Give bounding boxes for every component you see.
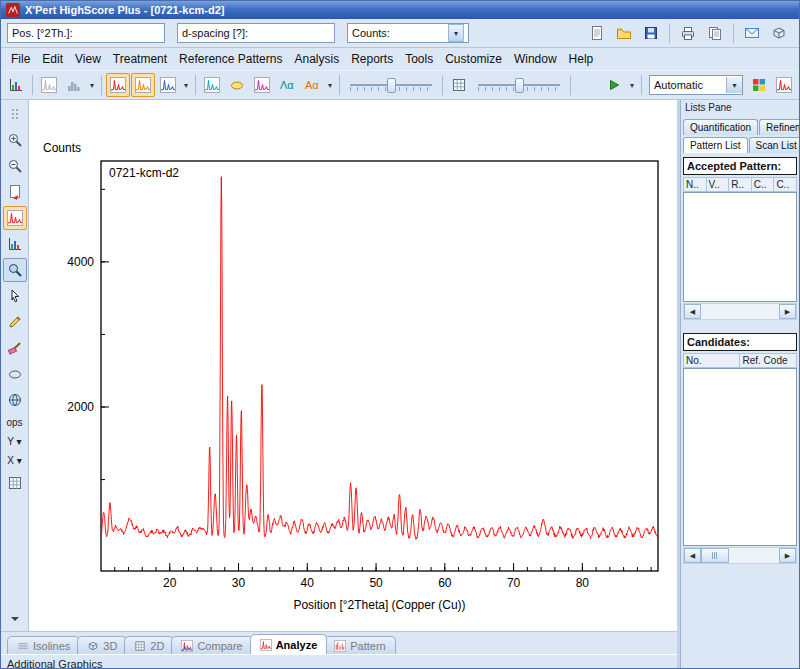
grip-icon[interactable] (3, 102, 27, 126)
candidates-list[interactable] (683, 368, 797, 546)
profile-fit-icon[interactable] (250, 73, 274, 97)
dropdown-caret-icon[interactable]: ▾ (325, 81, 335, 90)
column-header[interactable]: C.. (752, 177, 775, 192)
view-tab-pattern[interactable]: Pattern (324, 636, 395, 654)
ops-button[interactable]: ops (4, 414, 24, 431)
scale-mode-combo[interactable]: Automatic▾ (649, 75, 743, 95)
diffractogram-chart[interactable]: 2030405060708020004000CountsPosition [°2… (29, 100, 677, 633)
counts-dropdown-icon[interactable]: ▾ (448, 24, 464, 42)
pencil-icon[interactable] (3, 310, 27, 334)
column-header[interactable]: V.. (707, 177, 730, 192)
alpha1-icon[interactable]: Λα (275, 73, 299, 97)
titlebar[interactable]: X'Pert HighScore Plus - [0721-kcm-d2] (1, 1, 799, 19)
snapshot-icon[interactable] (3, 180, 27, 204)
search-peaks-icon[interactable] (156, 73, 180, 97)
lists-pane-title[interactable]: Lists Pane (681, 100, 799, 117)
column-header[interactable]: C.. (774, 177, 797, 192)
new-icon[interactable] (585, 21, 609, 45)
scan-icon[interactable] (37, 73, 61, 97)
layout-icon[interactable] (767, 21, 791, 45)
app-icon (6, 3, 20, 17)
y-button[interactable]: Y ▾ (5, 433, 23, 450)
highlight-peaks-icon[interactable] (3, 206, 27, 230)
scroll-down-icon[interactable] (3, 607, 27, 631)
scroll-right-icon[interactable]: ▶ (779, 548, 796, 563)
slider-thumb[interactable] (515, 78, 524, 93)
print-icon[interactable] (676, 21, 700, 45)
menu-treatment[interactable]: Treatment (107, 50, 173, 68)
counts-readout[interactable]: Counts: ▾ (347, 23, 469, 43)
scroll-left-icon[interactable]: ◀ (684, 304, 701, 319)
simulation-slider[interactable] (476, 76, 562, 94)
view-tab-2d[interactable]: 2D (124, 636, 174, 654)
scroll-thumb[interactable] (701, 548, 729, 563)
scan-label: 0721-kcm-d2 (109, 166, 179, 180)
smooth-icon[interactable] (200, 73, 224, 97)
export-icon[interactable] (740, 21, 764, 45)
alpha2-icon[interactable]: Aα (300, 73, 324, 97)
menu-customize[interactable]: Customize (439, 50, 508, 68)
menu-analysis[interactable]: Analysis (288, 50, 345, 68)
tab-scan-list[interactable]: Scan List (749, 137, 799, 153)
column-header[interactable]: N.. (683, 177, 707, 192)
diffractogram-view[interactable]: 2030405060708020004000CountsPosition [°2… (29, 100, 677, 631)
dspacing-readout[interactable]: d-spacing [?]: (177, 23, 335, 43)
scroll-left-icon[interactable]: ◀ (684, 548, 701, 563)
pattern-palette-icon[interactable] (747, 73, 771, 97)
start-icon[interactable] (602, 73, 626, 97)
zoom-in-icon[interactable] (3, 128, 27, 152)
scroll-right-icon[interactable]: ▶ (779, 304, 796, 319)
view-tab-3d[interactable]: 3D (77, 636, 127, 654)
dropdown-caret-icon[interactable]: ▾ (181, 81, 191, 90)
candidates-list-hscrollbar[interactable]: ◀ ▶ (683, 547, 797, 564)
open-icon[interactable] (612, 21, 636, 45)
dropdown-caret-icon[interactable]: ▾ (87, 81, 97, 90)
column-header[interactable]: No. (683, 353, 741, 368)
menu-help[interactable]: Help (563, 50, 600, 68)
grid-tool-icon[interactable] (3, 471, 27, 495)
tab-refinement[interactable]: Refinement (759, 119, 799, 135)
menu-edit[interactable]: Edit (36, 50, 69, 68)
menu-file[interactable]: File (5, 50, 36, 68)
accepted-pattern-list[interactable] (683, 192, 797, 302)
scroll-track[interactable] (701, 305, 779, 318)
menu-view[interactable]: View (69, 50, 107, 68)
menu-tools[interactable]: Tools (399, 50, 439, 68)
accept-pattern-icon[interactable] (447, 73, 471, 97)
status-bar: Additional Graphics (1, 654, 677, 669)
menu-reference-patterns[interactable]: Reference Patterns (173, 50, 288, 68)
menu-window[interactable]: Window (508, 50, 563, 68)
position-readout[interactable]: Pos. [°2Th.]: (7, 23, 165, 43)
menu-reports[interactable]: Reports (345, 50, 399, 68)
histogram-icon[interactable] (62, 73, 86, 97)
candidate-icon[interactable] (772, 73, 796, 97)
save-icon[interactable] (639, 21, 663, 45)
zoom-tool-icon[interactable] (3, 258, 27, 282)
mini-chart-icon[interactable] (3, 232, 27, 256)
x-button[interactable]: X ▾ (5, 452, 23, 469)
view-tab-compare[interactable]: Compare (171, 636, 252, 654)
scroll-track[interactable] (729, 549, 779, 562)
combo-arrow-icon[interactable]: ▾ (726, 77, 742, 93)
accepted-list-hscrollbar[interactable]: ◀ ▶ (683, 303, 797, 320)
plot-frame[interactable] (101, 161, 658, 571)
graphics-export-icon[interactable] (4, 73, 28, 97)
slider-thumb[interactable] (387, 78, 396, 93)
column-header[interactable]: Ref. Code (740, 353, 797, 368)
view-tab-isolines[interactable]: Isolines (7, 636, 80, 654)
tab-quantification[interactable]: Quantification (683, 119, 758, 135)
report-icon[interactable] (703, 21, 727, 45)
strip-kalpha-icon[interactable] (225, 73, 249, 97)
tab-pattern-list[interactable]: Pattern List (683, 137, 748, 153)
globe-icon[interactable] (3, 388, 27, 412)
column-header[interactable]: R.. (729, 177, 752, 192)
determine-background-icon[interactable] (106, 73, 130, 97)
pointer-icon[interactable] (3, 284, 27, 308)
ellipse-icon[interactable] (3, 362, 27, 386)
eraser-icon[interactable] (3, 336, 27, 360)
insert-peaks-icon[interactable] (131, 73, 155, 97)
zoom-out-icon[interactable] (3, 154, 27, 178)
view-tab-analyze[interactable]: Analyze (250, 634, 328, 654)
displacement-slider[interactable] (348, 76, 434, 94)
dropdown-caret-icon[interactable]: ▾ (627, 81, 637, 90)
